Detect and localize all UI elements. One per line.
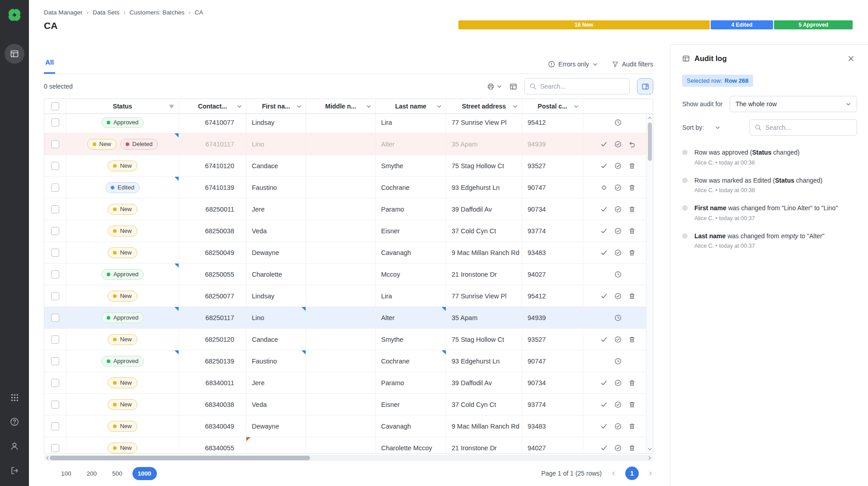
page-size-1000[interactable]: 1000 xyxy=(132,467,157,480)
row-checkbox[interactable] xyxy=(51,292,59,300)
cell-contact[interactable]: 68340038 xyxy=(179,394,246,415)
delete-row-button[interactable] xyxy=(627,226,637,236)
scroll-down-icon[interactable] xyxy=(647,446,653,452)
cell-street-address[interactable]: 93 Edgehurst Ln xyxy=(446,177,522,198)
cell-postal-code[interactable]: 90747 xyxy=(522,177,583,198)
audit-search-input[interactable] xyxy=(765,124,852,131)
close-panel-button[interactable] xyxy=(844,52,857,65)
cell-street-address[interactable]: 9 Mac Millan Ranch Rd xyxy=(446,242,522,263)
row-checkbox[interactable] xyxy=(51,227,59,235)
row-checkbox[interactable] xyxy=(51,401,59,409)
vertical-scroll-thumb[interactable] xyxy=(648,123,652,161)
cell-last-name[interactable]: Cochrane xyxy=(376,350,446,372)
breadcrumb-item[interactable]: Data Manager xyxy=(44,9,83,16)
cell-contact[interactable]: 68250038 xyxy=(179,220,246,241)
cell-status[interactable]: New xyxy=(66,198,179,220)
cell-middle-name[interactable] xyxy=(306,394,376,415)
column-header-contact[interactable]: Contact... xyxy=(179,99,246,113)
cell-first-name[interactable]: Jere xyxy=(246,198,306,220)
column-header-status[interactable]: Status xyxy=(66,99,179,113)
cell-postal-code[interactable]: 93483 xyxy=(522,242,583,263)
cell-contact[interactable]: 68340011 xyxy=(179,372,246,393)
cell-contact[interactable]: 68340055 xyxy=(179,437,246,453)
delete-row-button[interactable] xyxy=(627,204,637,215)
cell-contact[interactable]: 68250055 xyxy=(179,264,246,285)
cell-street-address[interactable]: 39 Daffodil Av xyxy=(446,198,522,220)
table-row[interactable]: NewDeleted67410117LinoAlter35 Apam94939 xyxy=(44,133,653,155)
cell-street-address[interactable]: 77 Sunrise View Pl xyxy=(446,114,522,133)
cell-first-name[interactable]: Lino xyxy=(246,307,306,328)
cell-street-address[interactable]: 93 Edgehurst Ln xyxy=(446,350,522,372)
cell-postal-code[interactable]: 93774 xyxy=(522,220,583,241)
page-size-200[interactable]: 200 xyxy=(81,467,103,480)
cell-contact[interactable]: 68250077 xyxy=(179,285,246,307)
cell-contact[interactable]: 68250120 xyxy=(179,329,246,350)
cell-last-name[interactable]: Eisner xyxy=(376,394,446,415)
cell-middle-name[interactable] xyxy=(306,177,376,198)
cell-contact[interactable]: 68250117 xyxy=(179,307,246,328)
previous-page-button[interactable] xyxy=(611,471,616,476)
scroll-right-icon[interactable] xyxy=(647,455,652,461)
cell-status[interactable]: New xyxy=(66,394,179,415)
cell-first-name[interactable] xyxy=(246,437,306,453)
apps-menu-button[interactable] xyxy=(10,393,19,402)
cell-postal-code[interactable]: 95412 xyxy=(522,285,583,307)
delete-row-button[interactable] xyxy=(627,247,637,258)
delete-row-button[interactable] xyxy=(627,399,637,410)
audit-filters-button[interactable]: Audit filters xyxy=(612,61,653,68)
row-checkbox[interactable] xyxy=(51,205,59,213)
table-row[interactable]: Approved68250055CharoletteMccoy21 Ironst… xyxy=(44,264,653,285)
cell-middle-name[interactable] xyxy=(306,307,376,328)
column-header-middle[interactable]: Middle n... xyxy=(306,99,376,113)
column-header-first[interactable]: First na... xyxy=(246,99,306,113)
display-settings-button[interactable] xyxy=(509,83,517,90)
cell-postal-code[interactable]: 93527 xyxy=(522,155,583,176)
cell-middle-name[interactable] xyxy=(306,133,376,155)
cell-last-name[interactable]: Mccoy xyxy=(376,264,446,285)
cell-street-address[interactable]: 37 Cold Cyn Ct xyxy=(446,394,522,415)
row-checkbox[interactable] xyxy=(51,118,59,127)
breadcrumb-item[interactable]: Customers: Batches xyxy=(130,9,185,16)
breadcrumb-item[interactable]: Data Sets xyxy=(93,9,119,16)
cell-first-name[interactable]: Lindsay xyxy=(246,285,306,307)
cell-last-name[interactable]: Alter xyxy=(376,133,446,155)
cell-postal-code[interactable]: 94939 xyxy=(522,307,583,328)
row-checkbox[interactable] xyxy=(51,270,59,278)
cell-status[interactable]: NewDeleted xyxy=(66,133,179,155)
cell-last-name[interactable]: Eisner xyxy=(376,220,446,241)
cell-last-name[interactable]: Cavanagh xyxy=(376,415,446,437)
cell-status[interactable]: New xyxy=(66,437,179,453)
cell-first-name[interactable]: Jere xyxy=(246,372,306,393)
verify-row-button[interactable] xyxy=(613,247,623,258)
help-button[interactable] xyxy=(10,417,19,426)
table-row[interactable]: Edited67410139FaustinoCochrane93 Edgehur… xyxy=(44,177,653,198)
row-checkbox[interactable] xyxy=(51,184,59,192)
cell-postal-code[interactable]: 90734 xyxy=(522,198,583,220)
cell-last-name[interactable]: Smythe xyxy=(376,155,446,176)
cell-status[interactable]: Approved xyxy=(66,114,179,133)
cell-first-name[interactable]: Dewayne xyxy=(246,242,306,263)
cell-middle-name[interactable] xyxy=(306,372,376,393)
cell-postal-code[interactable]: 94939 xyxy=(522,133,583,155)
cell-contact[interactable]: 68250011 xyxy=(179,198,246,220)
select-all-checkbox[interactable] xyxy=(51,102,59,110)
verify-row-button[interactable] xyxy=(613,421,623,432)
cell-street-address[interactable]: 21 Ironstone Dr xyxy=(446,437,522,453)
cell-last-name[interactable]: Lira xyxy=(376,285,446,307)
cell-first-name[interactable]: Dewayne xyxy=(246,415,306,437)
cell-contact[interactable]: 67410120 xyxy=(179,155,246,176)
table-row[interactable]: Approved68250117LinoAlter35 Apam94939 xyxy=(44,307,653,329)
row-checkbox[interactable] xyxy=(51,444,59,452)
cell-middle-name[interactable] xyxy=(306,329,376,350)
cell-contact[interactable]: 68340049 xyxy=(179,415,246,437)
approve-row-button[interactable] xyxy=(599,204,609,215)
row-audit-button[interactable] xyxy=(613,356,623,367)
cell-middle-name[interactable] xyxy=(306,285,376,307)
table-search-input[interactable] xyxy=(540,83,625,90)
cell-street-address[interactable]: 35 Apam xyxy=(446,307,522,328)
table-row[interactable]: New68250049DewayneCavanagh9 Mac Millan R… xyxy=(44,242,653,264)
cell-postal-code[interactable]: 94027 xyxy=(522,437,583,453)
cell-postal-code[interactable]: 90734 xyxy=(522,372,583,393)
verify-row-button[interactable] xyxy=(613,226,623,236)
cell-status[interactable]: Edited xyxy=(66,177,179,198)
